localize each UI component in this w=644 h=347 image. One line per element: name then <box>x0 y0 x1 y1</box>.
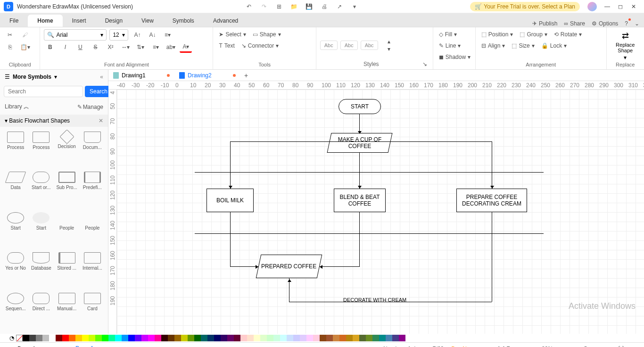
page-tab-selected[interactable]: Page-1 <box>70 344 99 347</box>
close-section-button[interactable]: ✕ <box>99 117 103 124</box>
color-swatch[interactable] <box>353 335 359 341</box>
color-swatch[interactable] <box>155 335 161 341</box>
shape-palette-item[interactable]: Manual... <box>54 291 80 331</box>
color-swatch[interactable] <box>254 335 260 341</box>
style-swatch[interactable]: Abc <box>340 41 358 50</box>
more-symbols-button[interactable]: ☰ More Symbols▾ « <box>0 70 108 84</box>
page-tab[interactable]: Page-1 ▾ <box>12 345 46 347</box>
prev-page-button[interactable]: ‹ <box>49 346 50 347</box>
open-icon[interactable]: 📁 <box>289 2 299 11</box>
minimize-button[interactable]: — <box>601 2 614 11</box>
connector-tool[interactable]: ↘Connector▾ <box>239 41 281 51</box>
format-painter-button[interactable]: 🖌 <box>19 29 31 41</box>
color-swatch[interactable] <box>122 335 128 341</box>
close-button[interactable]: ✕ <box>627 2 640 11</box>
shape-palette-item[interactable]: Start or... <box>28 170 54 210</box>
fill-button[interactable]: ◇Fill▾ <box>437 29 459 40</box>
shape-palette-item[interactable]: People <box>80 210 105 250</box>
superscript-button[interactable]: X² <box>104 41 116 53</box>
color-swatch[interactable] <box>280 335 287 341</box>
collapse-sidebar-button[interactable]: « <box>100 74 103 80</box>
color-swatch[interactable] <box>82 335 89 341</box>
color-swatch[interactable] <box>372 335 379 341</box>
color-swatch[interactable] <box>207 335 214 341</box>
shadow-button[interactable]: ◼Shadow▾ <box>437 52 472 62</box>
color-swatch[interactable] <box>141 335 148 341</box>
color-swatch[interactable] <box>29 335 36 341</box>
font-color-button[interactable]: A▾ <box>180 41 192 53</box>
line-button[interactable]: ✎Line▾ <box>437 41 463 51</box>
menu-design[interactable]: Design <box>96 15 132 27</box>
no-fill-swatch[interactable] <box>16 335 23 341</box>
color-swatch[interactable] <box>56 335 62 341</box>
rotate-button[interactable]: ⟲Rotate▾ <box>552 29 584 40</box>
menu-file[interactable]: File <box>0 15 28 27</box>
shape-palette-item[interactable]: Start <box>28 210 54 250</box>
color-swatch[interactable] <box>227 335 234 341</box>
next-page-button[interactable]: › <box>56 346 58 347</box>
color-swatch[interactable] <box>174 335 181 341</box>
menu-home[interactable]: Home <box>28 15 62 27</box>
color-swatch[interactable] <box>49 335 56 341</box>
decrease-font-button[interactable]: A↓ <box>146 29 158 41</box>
color-swatch[interactable] <box>188 335 194 341</box>
strike-button[interactable]: S <box>89 41 101 53</box>
shape-palette-item[interactable]: Internal... <box>80 250 105 290</box>
color-swatch[interactable] <box>346 335 353 341</box>
color-swatch[interactable] <box>287 335 293 341</box>
style-next-button[interactable]: ▾ <box>383 46 395 52</box>
color-swatch[interactable] <box>273 335 280 341</box>
new-icon[interactable]: ⊞ <box>274 2 284 11</box>
copy-button[interactable]: ⎘ <box>4 41 16 53</box>
style-swatch[interactable]: Abc <box>361 41 378 50</box>
options-button[interactable]: ⚙Options <box>592 20 618 27</box>
position-button[interactable]: ⬚Position▾ <box>479 29 515 40</box>
line-spacing-button[interactable]: ⇅▾ <box>134 41 147 53</box>
shape-palette-item[interactable]: Database <box>28 250 54 290</box>
color-swatch[interactable] <box>267 335 273 341</box>
color-swatch[interactable] <box>201 335 207 341</box>
color-swatch[interactable] <box>326 335 333 341</box>
font-family-select[interactable]: 🔍▾ <box>44 29 107 41</box>
text-tool[interactable]: TText <box>217 41 236 51</box>
fc-prepare-node[interactable]: PREPARE COFFEE DECORATING CREAM <box>456 189 527 212</box>
cut-button[interactable]: ✂ <box>4 29 16 41</box>
color-swatch[interactable] <box>95 335 102 341</box>
color-swatch[interactable] <box>333 335 339 341</box>
doc-tab-drawing2[interactable]: Drawing2 <box>174 70 240 81</box>
color-swatch[interactable] <box>161 335 168 341</box>
replace-shape-button[interactable]: ⇄ Replace Shape ▾ <box>611 31 640 61</box>
increase-font-button[interactable]: A↑ <box>131 29 143 41</box>
canvas-viewport[interactable]: 450708090100110120130140150160170180190 … <box>108 90 644 334</box>
font-family-input[interactable] <box>56 32 99 38</box>
case-button[interactable]: ab▾ <box>165 41 177 53</box>
collapse-ribbon-button[interactable]: ⌄ <box>635 20 639 27</box>
help-button[interactable]: ? <box>625 20 628 27</box>
fc-prepared-node[interactable]: PREPARED COFFEE <box>256 255 322 278</box>
export-icon[interactable]: ↗ <box>335 2 344 11</box>
play-button[interactable]: ⊙ <box>529 346 534 347</box>
fc-blend-node[interactable]: BLEND & BEAT COFFEE <box>334 189 386 212</box>
zoom-level[interactable]: 80% <box>542 346 553 347</box>
color-swatch[interactable] <box>359 335 366 341</box>
menu-symbols[interactable]: Symbols <box>163 15 204 27</box>
size-button[interactable]: ⬚Size▾ <box>510 41 536 51</box>
align-button[interactable]: ⊟Align▾ <box>479 41 507 51</box>
align-text-button[interactable]: ≡▾ <box>161 29 173 41</box>
color-swatch[interactable] <box>214 335 221 341</box>
manage-button[interactable]: ✎Manage <box>77 103 103 111</box>
underline-button[interactable]: U <box>74 41 86 53</box>
shape-palette-item[interactable]: Process <box>28 130 54 170</box>
color-swatch[interactable] <box>399 335 405 341</box>
fc-boil-node[interactable]: BOIL MILK <box>206 189 254 212</box>
color-swatch[interactable] <box>23 335 29 341</box>
drawing-canvas[interactable]: START MAKE A CUP OF COFFEE BOIL MILK BLE… <box>117 90 644 334</box>
color-swatch[interactable] <box>300 335 306 341</box>
publish-button[interactable]: ✈Publish <box>532 20 557 27</box>
trial-banner[interactable]: 🛒 Your Free Trial is over. Select a Plan <box>470 2 580 11</box>
color-swatch[interactable] <box>148 335 155 341</box>
group-button[interactable]: ⬚Group▾ <box>518 29 549 40</box>
toggle-panel-button[interactable]: ◨ <box>631 346 636 347</box>
profile-avatar[interactable] <box>587 2 597 11</box>
shape-palette-item[interactable]: Stored ... <box>54 250 80 290</box>
